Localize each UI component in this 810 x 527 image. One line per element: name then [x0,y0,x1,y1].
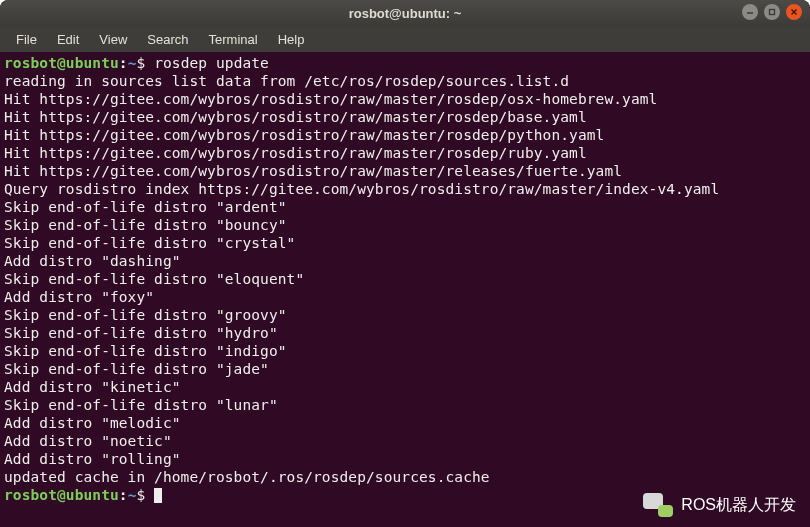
output-line: Query rosdistro index https://gitee.com/… [4,180,806,198]
output-line: Skip end-of-life distro "groovy" [4,306,806,324]
close-button[interactable] [786,4,802,20]
output-line: Hit https://gitee.com/wybros/rosdistro/r… [4,90,806,108]
output-line: Skip end-of-life distro "crystal" [4,234,806,252]
output-line: Skip end-of-life distro "lunar" [4,396,806,414]
window-titlebar[interactable]: rosbot@ubuntu: ~ [0,0,810,26]
window-controls [742,4,802,20]
output-line: Hit https://gitee.com/wybros/rosdistro/r… [4,108,806,126]
typed-command: rosdep update [145,55,269,71]
output-line: Skip end-of-life distro "ardent" [4,198,806,216]
command-line: rosbot@ubuntu:~$ rosdep update [4,54,806,72]
command-line: rosbot@ubuntu:~$ [4,486,806,504]
minimize-button[interactable] [742,4,758,20]
menu-help[interactable]: Help [268,29,315,50]
output-line: Hit https://gitee.com/wybros/rosdistro/r… [4,144,806,162]
output-line: Hit https://gitee.com/wybros/rosdistro/r… [4,162,806,180]
output-line: Add distro "melodic" [4,414,806,432]
terminal-output-area[interactable]: rosbot@ubuntu:~$ rosdep updatereading in… [0,52,810,527]
output-line: Skip end-of-life distro "indigo" [4,342,806,360]
output-line: Skip end-of-life distro "hydro" [4,324,806,342]
maximize-button[interactable] [764,4,780,20]
menu-view[interactable]: View [89,29,137,50]
output-line: Add distro "noetic" [4,432,806,450]
output-line: Add distro "foxy" [4,288,806,306]
menu-terminal[interactable]: Terminal [199,29,268,50]
output-line: Add distro "kinetic" [4,378,806,396]
shell-prompt: rosbot@ubuntu:~$ [4,55,145,71]
menu-search[interactable]: Search [137,29,198,50]
svg-rect-1 [770,10,775,15]
shell-prompt: rosbot@ubuntu:~$ [4,487,145,503]
output-line: Add distro "dashing" [4,252,806,270]
output-line: Skip end-of-life distro "jade" [4,360,806,378]
menu-file[interactable]: File [6,29,47,50]
output-line: updated cache in /home/rosbot/.ros/rosde… [4,468,806,486]
output-line: reading in sources list data from /etc/r… [4,72,806,90]
menu-edit[interactable]: Edit [47,29,89,50]
menu-bar: File Edit View Search Terminal Help [0,26,810,52]
cursor [154,488,162,503]
output-line: Skip end-of-life distro "eloquent" [4,270,806,288]
terminal-window: rosbot@ubuntu: ~ File Edit View Search T… [0,0,810,527]
output-line: Add distro "rolling" [4,450,806,468]
output-line: Hit https://gitee.com/wybros/rosdistro/r… [4,126,806,144]
output-line: Skip end-of-life distro "bouncy" [4,216,806,234]
window-title: rosbot@ubuntu: ~ [349,6,462,21]
